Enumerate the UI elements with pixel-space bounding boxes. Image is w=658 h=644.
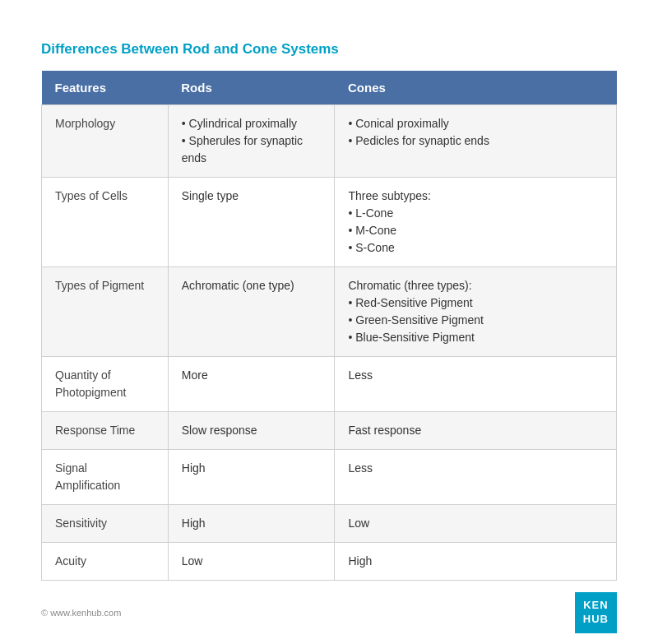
cell-feature: Types of Pigment [42,267,169,357]
cell-rods: • Cylindrical proximally • Spherules for… [168,105,335,178]
cell-cones: Fast response [335,412,617,450]
col-header-cones: Cones [335,71,617,105]
page-title: Differences Between Rod and Cone Systems [41,41,617,58]
cell-feature: Signal Amplification [42,450,169,505]
table-row: AcuityLowHigh [42,543,617,581]
logo-line1: KEN [583,599,608,611]
cell-cones: Chromatic (three types): • Red-Sensitive… [335,267,617,357]
table-row: Types of PigmentAchromatic (one type)Chr… [42,267,617,357]
table-row: Quantity of PhotopigmentMoreLess [42,357,617,412]
table-header-row: Features Rods Cones [42,71,617,105]
cell-feature: Quantity of Photopigment [42,357,169,412]
table-row: SensitivityHighLow [42,505,617,543]
comparison-table: Features Rods Cones Morphology• Cylindri… [41,71,617,581]
cell-rods: Single type [168,178,335,267]
cell-cones: Three subtypes: • L-Cone • M-Cone • S-Co… [335,178,617,267]
cell-feature: Acuity [42,543,169,581]
cell-feature: Sensitivity [42,505,169,543]
cell-rods: Achromatic (one type) [168,267,335,357]
table-row: Types of CellsSingle typeThree subtypes:… [42,178,617,267]
cell-rods: More [168,357,335,412]
cell-feature: Types of Cells [42,178,169,267]
table-row: Morphology• Cylindrical proximally • Sph… [42,105,617,178]
cell-rods: High [168,450,335,505]
cell-feature: Response Time [42,412,169,450]
footer: © www.kenhub.com KEN HUB [41,592,617,633]
cell-rods: High [168,505,335,543]
cell-cones: • Conical proximally • Pedicles for syna… [335,105,617,178]
table-row: Response TimeSlow responseFast response [42,412,617,450]
cell-feature: Morphology [42,105,169,178]
footer-url: © www.kenhub.com [41,608,121,618]
cell-cones: Low [335,505,617,543]
cell-cones: Less [335,450,617,505]
col-header-rods: Rods [168,71,335,105]
logo-line2: HUB [583,613,609,625]
page-wrapper: Differences Between Rod and Cone Systems… [16,16,642,644]
kenhub-logo: KEN HUB [575,592,617,633]
table-row: Signal AmplificationHighLess [42,450,617,505]
cell-cones: Less [335,357,617,412]
col-header-features: Features [42,71,169,105]
cell-rods: Low [168,543,335,581]
cell-cones: High [335,543,617,581]
cell-rods: Slow response [168,412,335,450]
